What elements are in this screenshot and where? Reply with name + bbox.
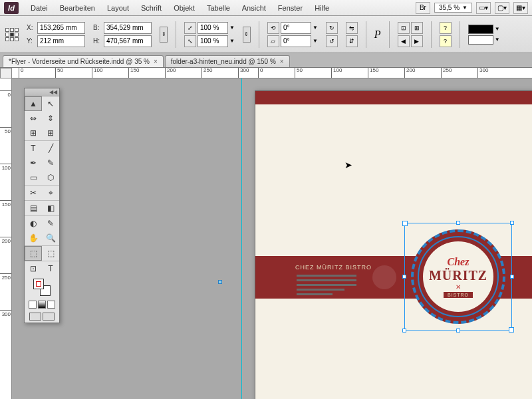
doc-tab-flyer[interactable]: *Flyer - Vorderseite und Rückseite.indd … [3, 55, 164, 67]
menu-fenster[interactable]: Fenster [273, 2, 308, 14]
constrain-scale-icon[interactable]: ⇕ [243, 27, 251, 43]
paragraph-style-icon[interactable]: P [374, 29, 381, 41]
app-logo: Id [4, 2, 19, 14]
menu-objekt[interactable]: Objekt [168, 2, 200, 14]
menu-tabelle[interactable]: Tabelle [201, 2, 235, 14]
horizontal-ruler[interactable]: 0 50 100 150 200 250 300 0 50 100 150 20… [12, 68, 532, 78]
help-icon[interactable]: ? [440, 22, 452, 34]
free-transform-tool[interactable]: ⌖ [42, 186, 59, 200]
menu-schrift[interactable]: Schrift [136, 2, 167, 14]
vertical-ruler[interactable]: 0 50 100 150 200 250 300 [0, 78, 12, 399]
guide-line[interactable] [241, 78, 242, 399]
fill-stroke-swatch[interactable] [33, 279, 51, 296]
preview-view-icon[interactable] [43, 313, 55, 321]
badge-inner: Chez MÜRITZ ✕ BISTRO [423, 241, 493, 312]
stroke-swatch[interactable] [468, 35, 493, 45]
x-input[interactable] [37, 22, 85, 34]
tools-panel[interactable]: ◀◀ ▲ ↖ ⇔ ⇕ ⊞ ⊞ T ╱ ✒ ✎ ▭ ⬡ ✂ ⌖ ▤ ◧ ◐ ✎ ✋… [24, 88, 60, 323]
select-container-icon[interactable]: ⊡ [398, 22, 410, 34]
screen-mode-icon[interactable]: ▢▾ [495, 2, 509, 14]
scale-y-input[interactable] [198, 35, 228, 47]
arrange-icon[interactable]: ▦▾ [513, 2, 528, 14]
h-label: H: [93, 37, 102, 45]
page-top-band [255, 91, 532, 104]
apply-color-text[interactable]: T [42, 261, 59, 276]
badge-cross-icon: ✕ [456, 283, 461, 291]
height-input[interactable] [104, 35, 152, 47]
menu-ansicht[interactable]: Ansicht [237, 2, 271, 14]
width-input[interactable] [104, 22, 152, 34]
type-tool[interactable]: T [25, 141, 42, 156]
swap-fill-stroke[interactable]: ⬚ [42, 246, 59, 261]
apply-gradient-icon[interactable] [38, 301, 46, 309]
color-mode-row [25, 299, 59, 311]
scale-y-icon: ⤡ [184, 35, 196, 47]
shear-input[interactable] [281, 35, 311, 47]
band-title: CHEZ MÜRITZ BISTRO [295, 264, 372, 271]
direct-selection-tool[interactable]: ↖ [42, 96, 59, 111]
zoom-level-input[interactable]: 35,5 %▼ [434, 3, 472, 13]
w-label: B: [93, 24, 102, 31]
ruler-origin[interactable] [0, 68, 12, 78]
content-placer-tool[interactable]: ⊞ [42, 126, 59, 140]
scale-x-icon: ⤢ [184, 22, 196, 34]
apply-color-icon[interactable] [47, 301, 55, 309]
y-input[interactable] [37, 35, 85, 47]
doc-tab-folder[interactable]: folder-a3-hinten_neu.indd @ 150 %× [165, 55, 290, 67]
page-tool[interactable]: ⇔ [25, 111, 42, 126]
chevron-down-icon: ▼ [462, 5, 467, 11]
menu-bearbeiten[interactable]: Bearbeiten [55, 2, 100, 14]
scale-x-input[interactable] [198, 22, 228, 34]
rotate-cw-icon[interactable]: ↻ [326, 22, 338, 34]
menu-layout[interactable]: Layout [102, 2, 134, 14]
x-label: X: [27, 24, 36, 31]
apply-none-icon[interactable] [29, 301, 37, 309]
select-next-icon[interactable]: ▶ [411, 35, 423, 47]
gap-tool[interactable]: ⇕ [42, 111, 59, 126]
selection-tool[interactable]: ▲ [25, 96, 42, 111]
line-tool[interactable]: ╱ [42, 141, 59, 156]
gradient-swatch-tool[interactable]: ▤ [25, 201, 42, 215]
select-content-icon[interactable]: ⊞ [411, 22, 423, 34]
constrain-proportions-icon[interactable]: ⇕ [160, 27, 168, 43]
logo-badge[interactable]: Chez MÜRITZ ✕ BISTRO [408, 227, 508, 327]
rotate-input[interactable] [281, 22, 311, 34]
badge-sub-text: BISTRO [444, 292, 473, 298]
rotate-icon: ⟲ [267, 22, 279, 34]
hand-tool[interactable]: ✋ [25, 231, 42, 245]
canvas[interactable]: CHEZ MÜRITZ BISTRO Chez MÜRITZ ✕ BISTRO [12, 78, 532, 399]
eyedropper-tool[interactable]: ✎ [42, 216, 59, 231]
reference-point[interactable] [5, 28, 19, 41]
document-page[interactable]: CHEZ MÜRITZ BISTRO Chez MÜRITZ ✕ BISTRO [255, 90, 532, 399]
scissors-tool[interactable]: ✂ [25, 186, 42, 200]
pen-tool[interactable]: ✒ [25, 156, 42, 170]
view-options-icon[interactable]: ▭▾ [476, 2, 491, 14]
note-tool[interactable]: ◐ [25, 216, 42, 231]
gradient-feather-tool[interactable]: ◧ [42, 201, 59, 215]
fill-stroke-toggle[interactable]: ⬚ [25, 246, 42, 261]
badge-chez-text: Chez [448, 256, 469, 268]
bridge-button[interactable]: Br [416, 2, 430, 14]
tools-panel-header[interactable]: ◀◀ [25, 88, 59, 96]
zoom-tool[interactable]: 🔍 [42, 231, 59, 245]
normal-view-icon[interactable] [29, 313, 41, 321]
rotate-ccw-icon[interactable]: ↺ [326, 35, 338, 47]
menu-datei[interactable]: Datei [25, 2, 53, 14]
rectangle-frame-tool[interactable]: ▭ [25, 170, 42, 185]
polygon-tool[interactable]: ⬡ [42, 170, 59, 185]
help-icon-2[interactable]: ? [440, 35, 452, 47]
content-collector-tool[interactable]: ⊞ [25, 126, 42, 140]
flip-v-icon[interactable]: ⇵ [346, 35, 358, 47]
close-icon[interactable]: × [280, 58, 284, 65]
menu-hilfe[interactable]: Hilfe [309, 2, 334, 14]
close-icon[interactable]: × [154, 58, 158, 65]
select-prev-icon[interactable]: ◀ [398, 35, 410, 47]
anchor-handle[interactable] [218, 280, 222, 284]
pencil-tool[interactable]: ✎ [42, 156, 59, 170]
flip-h-icon[interactable]: ⇋ [346, 22, 358, 34]
document-tab-bar: *Flyer - Vorderseite und Rückseite.indd … [0, 53, 532, 68]
fill-swatch[interactable] [468, 25, 493, 34]
apply-color-container[interactable]: ⊡ [25, 261, 42, 276]
band-circle [372, 265, 396, 289]
badge-name-text: MÜRITZ [429, 268, 487, 283]
